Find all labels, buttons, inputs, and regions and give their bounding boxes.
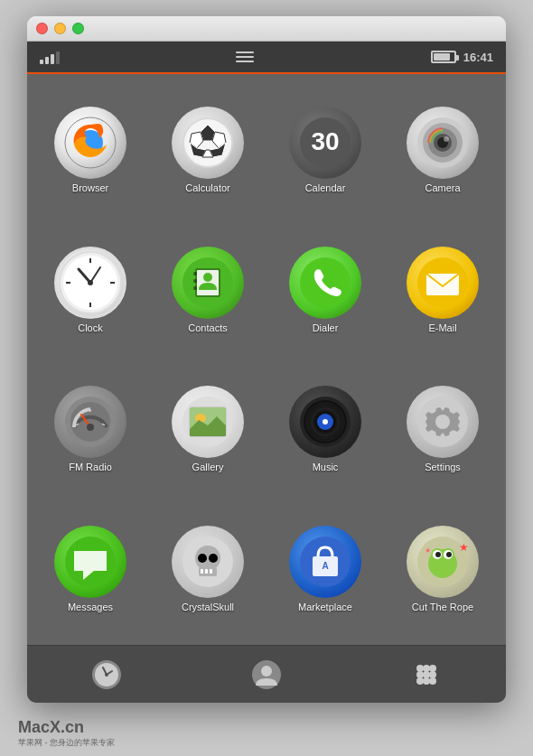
email-icon bbox=[407, 247, 479, 319]
dock-recent[interactable] bbox=[85, 653, 128, 696]
close-button[interactable] bbox=[36, 23, 48, 34]
camera-label: Camera bbox=[425, 182, 460, 193]
clock-icon bbox=[54, 247, 126, 319]
svg-point-65 bbox=[209, 554, 218, 563]
svg-text:★: ★ bbox=[425, 546, 431, 555]
svg-point-91 bbox=[429, 665, 436, 672]
svg-point-89 bbox=[416, 665, 424, 672]
svg-point-86 bbox=[105, 673, 108, 677]
svg-point-95 bbox=[416, 677, 424, 685]
clock-label: Clock bbox=[78, 322, 103, 333]
app-clock[interactable]: Clock bbox=[34, 223, 146, 358]
svg-point-97 bbox=[429, 677, 436, 685]
svg-point-26 bbox=[88, 280, 93, 285]
cuttherope-label: Cut The Rope bbox=[412, 602, 473, 612]
svg-text:30: 30 bbox=[311, 127, 339, 155]
app-gallery[interactable]: Gallery bbox=[152, 362, 264, 497]
email-label: E-Mail bbox=[428, 322, 456, 333]
app-marketplace[interactable]: A Marketplace bbox=[269, 502, 381, 637]
app-calculator[interactable]: Calculator bbox=[152, 83, 264, 218]
status-bar: 16:41 bbox=[27, 42, 506, 74]
app-contacts[interactable]: Contacts bbox=[152, 223, 264, 358]
svg-rect-31 bbox=[193, 272, 197, 275]
crystal-icon bbox=[172, 526, 244, 598]
svg-point-54 bbox=[323, 419, 328, 425]
svg-point-94 bbox=[429, 671, 436, 678]
messages-label: Messages bbox=[68, 602, 113, 612]
app-cuttherope[interactable]: ★ ★ Cut The Rope bbox=[387, 502, 499, 637]
svg-point-30 bbox=[203, 273, 212, 282]
dialer-icon bbox=[289, 247, 361, 319]
svg-point-96 bbox=[423, 677, 430, 685]
hamburger-menu-icon[interactable] bbox=[236, 51, 254, 62]
messages-icon bbox=[54, 526, 126, 598]
watermark-subtitle: 苹果网 - 您身边的苹果专家 bbox=[18, 737, 115, 749]
app-settings[interactable]: Settings bbox=[387, 362, 499, 497]
svg-text:A: A bbox=[322, 561, 328, 571]
gallery-label: Gallery bbox=[192, 462, 224, 472]
battery-icon bbox=[431, 51, 456, 63]
svg-point-59 bbox=[435, 415, 450, 429]
watermark-title: MacX.cn bbox=[18, 718, 115, 737]
svg-point-90 bbox=[423, 665, 430, 672]
window-frame: 16:41 Browser bbox=[27, 16, 506, 703]
phone-screen: 16:41 Browser bbox=[27, 42, 506, 703]
recent-icon bbox=[90, 658, 123, 691]
svg-point-88 bbox=[261, 666, 272, 677]
dock-contacts[interactable] bbox=[245, 653, 288, 696]
app-browser[interactable]: Browser bbox=[34, 83, 146, 218]
clock-display: 16:41 bbox=[463, 51, 493, 64]
crystal-label: CrystalSkull bbox=[182, 602, 234, 612]
calculator-icon bbox=[172, 107, 244, 179]
app-music[interactable]: Music bbox=[269, 362, 381, 497]
marketplace-label: Marketplace bbox=[298, 602, 352, 612]
svg-point-34 bbox=[300, 257, 351, 308]
fmradio-label: FM Radio bbox=[69, 462, 112, 472]
app-camera[interactable]: Camera bbox=[387, 83, 499, 218]
settings-label: Settings bbox=[425, 462, 461, 472]
app-fmradio[interactable]: FM Radio bbox=[34, 362, 146, 497]
camera-icon bbox=[407, 107, 479, 179]
app-messages[interactable]: Messages bbox=[34, 502, 146, 637]
svg-rect-67 bbox=[205, 569, 208, 574]
app-crystal[interactable]: CrystalSkull bbox=[152, 502, 264, 637]
all-apps-icon bbox=[410, 658, 443, 691]
dock-all-apps[interactable] bbox=[405, 653, 448, 696]
music-label: Music bbox=[313, 462, 339, 472]
svg-point-40 bbox=[87, 424, 94, 431]
maximize-button[interactable] bbox=[72, 23, 84, 34]
browser-icon bbox=[54, 107, 126, 179]
svg-text:★: ★ bbox=[459, 541, 469, 554]
app-grid: Browser Calcu bbox=[27, 74, 506, 645]
svg-point-64 bbox=[198, 554, 207, 563]
minimize-button[interactable] bbox=[54, 23, 66, 34]
fmradio-icon bbox=[54, 386, 126, 458]
gallery-icon bbox=[172, 386, 244, 458]
calendar-icon: 30 bbox=[289, 107, 361, 179]
contacts-label: Contacts bbox=[188, 322, 227, 333]
music-icon bbox=[289, 386, 361, 458]
calendar-label: Calendar bbox=[305, 182, 346, 193]
signal-icon bbox=[40, 50, 60, 64]
cuttherope-icon: ★ ★ bbox=[407, 526, 479, 598]
svg-point-17 bbox=[444, 136, 449, 142]
app-dialer[interactable]: Dialer bbox=[269, 223, 381, 358]
watermark: MacX.cn 苹果网 - 您身边的苹果专家 bbox=[18, 718, 115, 749]
browser-label: Browser bbox=[72, 182, 108, 193]
svg-point-78 bbox=[435, 552, 441, 557]
calculator-label: Calculator bbox=[185, 182, 230, 193]
app-email[interactable]: E-Mail bbox=[387, 223, 499, 358]
svg-rect-68 bbox=[210, 569, 212, 574]
app-calendar[interactable]: 30 Calendar bbox=[269, 83, 381, 218]
svg-point-93 bbox=[423, 671, 430, 678]
title-bar bbox=[27, 16, 506, 42]
status-right: 16:41 bbox=[431, 51, 493, 64]
svg-rect-32 bbox=[193, 279, 197, 283]
dialer-label: Dialer bbox=[313, 322, 339, 333]
settings-icon bbox=[407, 386, 479, 458]
contacts-icon bbox=[172, 247, 244, 319]
svg-rect-33 bbox=[193, 286, 197, 290]
svg-rect-66 bbox=[201, 569, 203, 574]
svg-point-92 bbox=[416, 671, 424, 678]
bottom-dock bbox=[27, 645, 506, 703]
